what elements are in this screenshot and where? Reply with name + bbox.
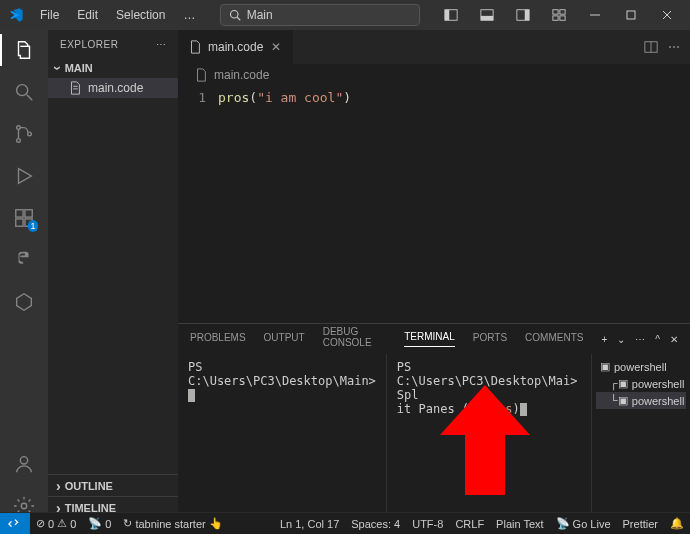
split-editor-icon[interactable] <box>644 40 658 54</box>
breadcrumb[interactable]: main.code <box>178 64 690 86</box>
status-golive[interactable]: 📡Go Live <box>550 517 617 530</box>
menu-edit[interactable]: Edit <box>69 4 106 26</box>
terminal-list-item[interactable]: ┌▣powershell <box>596 375 686 392</box>
file-icon <box>188 40 202 54</box>
window-controls <box>436 1 682 29</box>
tab-label: main.code <box>208 40 263 54</box>
maximize-icon[interactable] <box>616 1 646 29</box>
status-lncol[interactable]: Ln 1, Col 17 <box>274 518 345 530</box>
panel-tab-output[interactable]: OUTPUT <box>264 332 305 347</box>
code-editor[interactable]: 1 pros("i am cool") <box>178 86 690 323</box>
svg-rect-21 <box>16 210 23 217</box>
hexagon-icon[interactable] <box>12 290 36 314</box>
svg-line-17 <box>27 95 33 101</box>
close-icon[interactable] <box>652 1 682 29</box>
file-item-main-code[interactable]: main.code <box>48 78 178 98</box>
layout-panel-icon[interactable] <box>472 1 502 29</box>
sidebar-header: EXPLORER ⋯ <box>48 30 178 58</box>
menu-selection[interactable]: Selection <box>108 4 173 26</box>
panel-tabs: PROBLEMS OUTPUT DEBUG CONSOLE TERMINAL P… <box>178 324 690 354</box>
terminal-1[interactable]: PS C:\Users\PC3\Desktop\Main> <box>178 354 387 518</box>
file-icon <box>68 81 82 95</box>
file-icon <box>194 68 208 82</box>
search-icon <box>229 9 241 21</box>
panel-tab-comments[interactable]: COMMENTS <box>525 332 583 347</box>
svg-point-0 <box>230 11 238 19</box>
line-number: 1 <box>178 90 218 319</box>
panel-more-icon[interactable]: ⋯ <box>635 334 645 345</box>
terminal-2[interactable]: PS C:\Users\PC3\Desktop\Mai> Spl it Pane… <box>387 354 592 518</box>
run-debug-icon[interactable] <box>12 164 36 188</box>
search-icon[interactable] <box>12 80 36 104</box>
layout-sidebar-right-icon[interactable] <box>508 1 538 29</box>
chevron-right-icon <box>56 478 61 494</box>
status-lang[interactable]: Plain Text <box>490 518 550 530</box>
sidebar-explorer: EXPLORER ⋯ MAIN main.code OUTLINE TIMELI… <box>48 30 178 518</box>
title-bar: File Edit Selection … Main <box>0 0 690 30</box>
terminal-icon: └▣ <box>610 394 628 407</box>
account-icon[interactable] <box>12 452 36 476</box>
sidebar-more-icon[interactable]: ⋯ <box>156 39 167 50</box>
search-text: Main <box>247 8 273 22</box>
python-icon[interactable] <box>12 248 36 272</box>
svg-rect-3 <box>445 10 449 21</box>
terminal-list-item[interactable]: └▣powershell <box>596 392 686 409</box>
tab-close-icon[interactable]: ✕ <box>269 40 283 54</box>
status-spaces[interactable]: Spaces: 4 <box>345 518 406 530</box>
editor-more-icon[interactable]: ⋯ <box>668 40 680 54</box>
svg-rect-9 <box>560 10 565 14</box>
svg-rect-13 <box>627 11 635 19</box>
panel: PROBLEMS OUTPUT DEBUG CONSOLE TERMINAL P… <box>178 323 690 518</box>
svg-rect-24 <box>25 210 32 217</box>
svg-point-16 <box>17 85 28 96</box>
status-encoding[interactable]: UTF-8 <box>406 518 449 530</box>
sidebar-outline[interactable]: OUTLINE <box>48 474 178 496</box>
file-label: main.code <box>88 81 143 95</box>
panel-tab-debug-console[interactable]: DEBUG CONSOLE <box>323 326 387 352</box>
tab-main-code[interactable]: main.code ✕ <box>178 30 294 64</box>
svg-point-20 <box>28 132 32 136</box>
status-port[interactable]: 📡0 <box>82 517 117 530</box>
terminal-list: ▣powershell ┌▣powershell └▣powershell <box>592 354 690 518</box>
status-bell-icon[interactable]: 🔔 <box>664 517 690 530</box>
menu-more[interactable]: … <box>175 4 203 26</box>
breadcrumb-label: main.code <box>214 68 269 82</box>
svg-rect-22 <box>16 219 23 226</box>
status-tabnine[interactable]: ↻tabnine starter👆 <box>117 517 228 530</box>
remote-icon[interactable] <box>0 513 30 535</box>
panel-tab-problems[interactable]: PROBLEMS <box>190 332 246 347</box>
cursor <box>188 389 195 402</box>
status-bar: ⊘0⚠0 📡0 ↻tabnine starter👆 Ln 1, Col 17 S… <box>0 512 690 534</box>
terminal-dropdown-icon[interactable]: ⌄ <box>617 334 625 345</box>
antenna-icon: 📡 <box>88 517 102 530</box>
svg-point-18 <box>17 126 21 130</box>
code-line-1: pros("i am cool") <box>218 90 351 319</box>
new-terminal-icon[interactable]: + <box>601 334 607 345</box>
panel-tab-ports[interactable]: PORTS <box>473 332 507 347</box>
explorer-icon[interactable] <box>12 38 36 62</box>
terminal-container: PS C:\Users\PC3\Desktop\Main> PS C:\User… <box>178 354 690 518</box>
activity-bar: 1 <box>0 30 48 518</box>
svg-line-1 <box>237 17 240 20</box>
status-eol[interactable]: CRLF <box>449 518 490 530</box>
warning-icon: ⚠ <box>57 517 67 530</box>
terminal-list-item[interactable]: ▣powershell <box>596 358 686 375</box>
source-control-icon[interactable] <box>12 122 36 146</box>
svg-rect-11 <box>560 16 565 20</box>
customize-layout-icon[interactable] <box>544 1 574 29</box>
status-prettier[interactable]: Prettier <box>617 518 664 530</box>
menu-file[interactable]: File <box>32 4 67 26</box>
layout-sidebar-left-icon[interactable] <box>436 1 466 29</box>
panel-tab-terminal[interactable]: TERMINAL <box>404 331 455 347</box>
sidebar-section-label: MAIN <box>65 62 93 74</box>
svg-rect-7 <box>525 10 529 21</box>
search-input[interactable]: Main <box>220 4 420 26</box>
sidebar-section-main[interactable]: MAIN <box>48 58 178 78</box>
status-errors[interactable]: ⊘0⚠0 <box>30 517 82 530</box>
sidebar-title: EXPLORER <box>60 39 118 50</box>
extensions-icon[interactable]: 1 <box>12 206 36 230</box>
command-center: Main <box>203 4 436 26</box>
close-panel-icon[interactable]: ✕ <box>670 334 678 345</box>
minimize-icon[interactable] <box>580 1 610 29</box>
maximize-panel-icon[interactable]: ^ <box>655 334 660 345</box>
